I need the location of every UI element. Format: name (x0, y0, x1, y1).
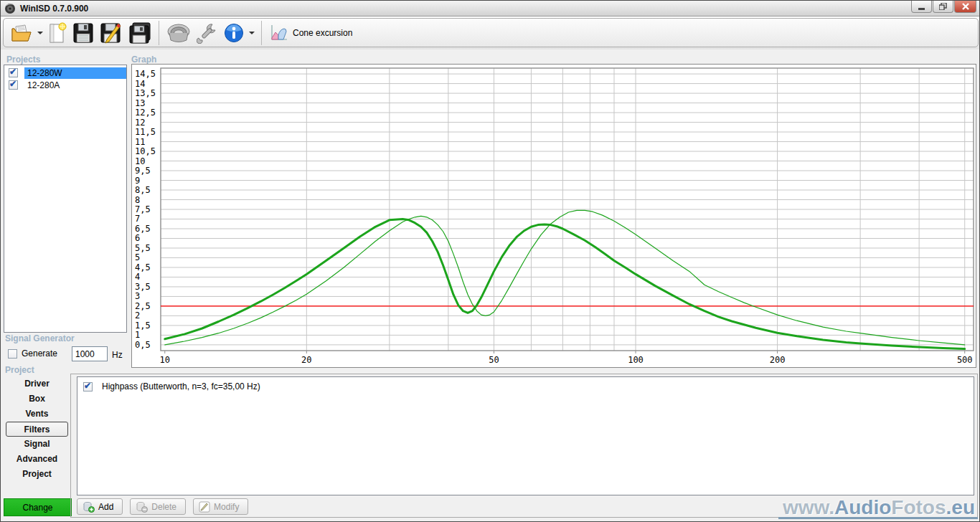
svg-text:5: 5 (135, 252, 140, 262)
add-icon (83, 501, 95, 513)
nav-item-project[interactable]: Project (1, 467, 73, 482)
save-all-icon (128, 22, 151, 44)
nav-item-box[interactable]: Box (1, 392, 73, 407)
watermark-seg2: Audio (834, 496, 891, 518)
change-button[interactable]: Change (4, 498, 72, 516)
svg-text:6,5: 6,5 (135, 224, 151, 234)
filters-list[interactable]: Highpass (Butterworth, n=3, fc=35,00 Hz) (77, 376, 974, 495)
info-icon (224, 23, 244, 43)
graph-type-selector[interactable]: Cone excursion (266, 24, 355, 42)
graph-type-icon (269, 24, 288, 42)
svg-text:7,5: 7,5 (135, 204, 151, 214)
filter-item-highpass[interactable]: Highpass (Butterworth, n=3, fc=35,00 Hz) (77, 377, 974, 392)
svg-text:100: 100 (628, 355, 644, 365)
svg-text:200: 200 (770, 355, 786, 365)
graph-section-label: Graph (131, 54, 156, 65)
svg-text:500: 500 (957, 355, 973, 365)
toolbar-separator (159, 21, 159, 45)
svg-text:10: 10 (135, 156, 145, 166)
app-icon (4, 3, 16, 14)
close-button[interactable] (954, 1, 976, 13)
svg-text:11,5: 11,5 (135, 127, 156, 137)
svg-text:3: 3 (135, 291, 140, 301)
modify-button-label: Modify (214, 502, 239, 512)
svg-text:12: 12 (135, 118, 145, 128)
svg-text:0,5: 0,5 (135, 340, 151, 350)
filter-checkbox[interactable] (83, 382, 93, 392)
new-project-icon (48, 22, 67, 44)
svg-text:4,5: 4,5 (135, 262, 151, 272)
save-icon (72, 22, 94, 44)
filter-label: Highpass (Butterworth, n=3, fc=35,00 Hz) (102, 381, 260, 392)
generate-checkbox[interactable] (8, 349, 17, 359)
project-item-12-280A[interactable]: 12-280A (4, 79, 126, 91)
add-filter-button[interactable]: Add (77, 498, 123, 515)
window-title: WinISD 0.7.0.900 (20, 4, 88, 14)
svg-text:5,5: 5,5 (135, 243, 151, 253)
cone-excursion-chart: 0,511,522,533,544,555,566,577,588,599,51… (132, 65, 976, 367)
watermark: www.AudioFotos.eu (778, 498, 978, 519)
nav-item-driver[interactable]: Driver (1, 376, 73, 392)
svg-text:10: 10 (160, 355, 170, 365)
delete-filter-button[interactable]: Delete (130, 498, 186, 515)
settings-button[interactable] (194, 19, 221, 47)
svg-text:8,5: 8,5 (135, 185, 151, 195)
svg-text:50: 50 (489, 355, 499, 365)
open-project-button[interactable] (8, 19, 35, 47)
watermark-seg3: Fotos (891, 496, 946, 518)
app-window: WinISD 0.7.0.900 (0, 0, 980, 522)
close-icon (962, 3, 969, 10)
project-section-label: Project (5, 365, 34, 375)
generator-frequency-input[interactable] (72, 346, 108, 361)
nav-item-advanced[interactable]: Advanced (1, 452, 73, 467)
minimize-button[interactable] (911, 1, 932, 13)
svg-text:2,5: 2,5 (135, 301, 151, 311)
watermark-seg4: .eu (946, 496, 975, 518)
signal-generator-section-label: Signal Generator (5, 333, 75, 343)
save-all-button[interactable] (126, 19, 154, 47)
delete-button-label: Delete (151, 502, 176, 512)
svg-text:7: 7 (135, 214, 140, 224)
nav-item-vents[interactable]: Vents (1, 407, 73, 422)
project-item-12-280W[interactable]: 12-280W (4, 67, 126, 79)
restore-button[interactable] (933, 1, 953, 13)
driver-button[interactable] (164, 19, 194, 47)
new-project-button[interactable] (45, 19, 70, 47)
nav-item-filters[interactable]: Filters (6, 422, 68, 437)
frequency-unit-label: Hz (112, 350, 123, 360)
project-name[interactable]: 12-280A (24, 80, 126, 91)
projects-list[interactable]: 12-280W 12-280A (4, 65, 127, 333)
wrench-icon (197, 22, 218, 44)
toolbar: Cone excursion (1, 16, 980, 49)
minimize-icon (918, 4, 925, 10)
svg-text:6: 6 (135, 233, 140, 243)
svg-text:4: 4 (135, 272, 140, 282)
project-name[interactable]: 12-280W (24, 67, 126, 79)
save-as-button[interactable] (97, 19, 126, 47)
graph-type-label: Cone excursion (293, 28, 352, 38)
svg-text:11: 11 (135, 137, 145, 147)
info-dropdown-arrow[interactable] (249, 32, 255, 34)
svg-text:8: 8 (135, 195, 140, 205)
toolbar-separator (261, 21, 262, 45)
generate-label: Generate (22, 348, 57, 359)
modify-filter-button[interactable]: Modify (193, 498, 248, 515)
driver-icon (166, 23, 191, 43)
restore-icon (939, 3, 947, 10)
open-folder-icon (11, 23, 32, 43)
svg-text:20: 20 (301, 355, 311, 365)
add-button-label: Add (98, 502, 113, 512)
open-dropdown-arrow[interactable] (37, 32, 43, 34)
svg-text:10,5: 10,5 (135, 146, 156, 156)
nav-item-signal[interactable]: Signal (1, 437, 73, 452)
svg-text:3,5: 3,5 (135, 282, 151, 292)
project-nav: Driver Box Vents Filters Signal Advanced… (1, 376, 73, 482)
svg-text:1: 1 (135, 330, 140, 340)
save-button[interactable] (70, 19, 97, 47)
save-as-icon (100, 22, 123, 44)
info-button[interactable] (221, 19, 247, 47)
svg-text:12,5: 12,5 (135, 108, 156, 118)
project-checkbox[interactable] (9, 68, 18, 77)
svg-text:14,5: 14,5 (135, 69, 156, 79)
project-checkbox[interactable] (9, 80, 18, 90)
